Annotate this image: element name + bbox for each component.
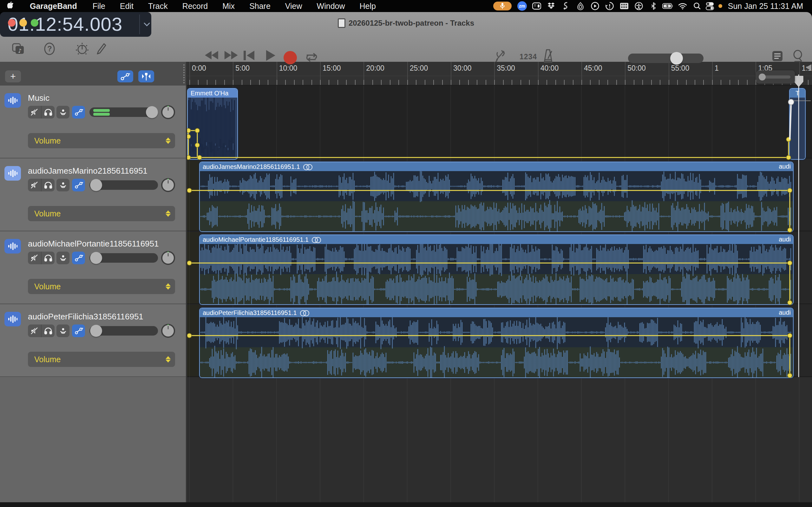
fast-forward-button[interactable] — [223, 50, 239, 61]
library-button[interactable]: ♪ — [11, 40, 26, 58]
mute-button[interactable] — [28, 106, 41, 118]
play-circle-icon[interactable] — [588, 0, 602, 12]
track-volume-slider[interactable] — [90, 107, 158, 117]
menu-view[interactable]: View — [278, 2, 310, 11]
editors-button[interactable] — [94, 40, 108, 58]
mute-button[interactable] — [28, 325, 41, 337]
track-automation-button[interactable] — [72, 251, 85, 264]
panel-resize-handle[interactable] — [183, 64, 185, 83]
track-header-michael[interactable]: audioMichaelPortantie11856116951 Volume — [0, 231, 186, 304]
sidecar-icon[interactable] — [529, 0, 544, 12]
track-icon-waveform[interactable] — [4, 239, 21, 253]
menu-record[interactable]: Record — [175, 2, 215, 11]
automation-parameter-menu[interactable]: Volume — [28, 352, 175, 367]
level-meter-right — [93, 113, 110, 116]
battery-icon[interactable] — [661, 0, 675, 12]
go-to-beginning-button[interactable] — [243, 50, 255, 61]
track-volume-slider[interactable] — [90, 180, 158, 190]
track-name[interactable]: Music — [28, 93, 49, 103]
solo-button[interactable] — [41, 106, 55, 118]
lcd-chevron-down-icon[interactable] — [142, 12, 151, 37]
track-automation-button[interactable] — [72, 106, 85, 118]
track-icon-waveform[interactable] — [4, 93, 21, 108]
volume-knob[interactable] — [146, 106, 158, 118]
panel-divider[interactable] — [186, 62, 187, 502]
automation-parameter-menu[interactable]: Volume — [28, 206, 175, 221]
spotlight-icon[interactable] — [690, 0, 705, 12]
timeline-area[interactable]: Emmett O'Ha audioJamesMarino21856116951.… — [187, 62, 812, 502]
track-name[interactable]: audioJamesMarino21856116951 — [28, 166, 148, 176]
menu-file[interactable]: File — [85, 2, 113, 11]
menu-garageband[interactable]: GarageBand — [21, 2, 85, 11]
track-header-james[interactable]: audioJamesMarino21856116951 Volume — [0, 158, 186, 231]
track-icon-waveform[interactable] — [4, 166, 21, 181]
menu-track[interactable]: Track — [141, 2, 175, 11]
time-machine-alert-icon[interactable] — [602, 0, 617, 12]
solo-button[interactable] — [41, 325, 55, 337]
mute-button[interactable] — [28, 251, 41, 264]
zoom-app-icon[interactable]: zm — [517, 1, 527, 11]
volume-knob[interactable] — [90, 252, 102, 264]
track-header-music[interactable]: Music Volume — [0, 86, 186, 158]
cycle-button[interactable] — [304, 51, 318, 63]
loop-browser-button[interactable] — [791, 49, 804, 63]
record-button[interactable] — [283, 51, 297, 65]
metronome-button[interactable] — [542, 49, 554, 63]
grid-keyboard-icon[interactable] — [617, 0, 631, 12]
track-icon-waveform[interactable] — [4, 312, 21, 326]
show-automation-button[interactable] — [117, 70, 133, 82]
track-volume-slider[interactable] — [90, 253, 158, 263]
track-name[interactable]: audioPeterFilichia31856116951 — [28, 312, 143, 322]
tuner-button[interactable] — [494, 49, 507, 63]
input-monitoring-button[interactable] — [56, 106, 69, 118]
count-in-button[interactable]: 1234 — [519, 53, 537, 61]
input-monitoring-button[interactable] — [56, 325, 69, 337]
accessibility-icon[interactable] — [631, 0, 646, 12]
mute-button[interactable] — [28, 179, 41, 191]
control-center-icon[interactable] — [705, 0, 723, 12]
document-proxy-icon[interactable] — [338, 18, 345, 28]
automation-parameter-label: Volume — [28, 209, 61, 218]
pan-knob[interactable] — [161, 178, 175, 192]
smart-controls-button[interactable] — [75, 40, 90, 58]
play-button[interactable] — [265, 49, 276, 61]
quick-help-button[interactable]: ? — [43, 40, 56, 58]
input-monitoring-button[interactable] — [56, 251, 69, 264]
menu-window[interactable]: Window — [310, 2, 352, 11]
track-automation-button[interactable] — [72, 325, 85, 337]
flame-icon[interactable] — [573, 0, 588, 12]
pan-knob[interactable] — [161, 324, 175, 338]
master-volume-slider[interactable] — [628, 54, 704, 63]
automation-parameter-menu[interactable]: Volume — [28, 133, 175, 148]
input-monitoring-button[interactable] — [56, 179, 69, 191]
rewind-button[interactable] — [205, 50, 220, 61]
pan-knob[interactable] — [161, 251, 175, 265]
note-pad-button[interactable] — [771, 50, 783, 62]
pan-knob[interactable] — [161, 105, 175, 119]
menu-mix[interactable]: Mix — [215, 2, 242, 11]
menu-share[interactable]: Share — [242, 2, 278, 11]
volume-knob[interactable] — [90, 325, 102, 337]
zoom-slider-knob[interactable] — [759, 73, 766, 80]
add-track-button[interactable]: + — [5, 70, 21, 82]
zoom-slider-overlay[interactable] — [756, 70, 795, 83]
track-automation-button[interactable] — [72, 179, 85, 191]
wifi-icon[interactable] — [675, 0, 690, 12]
apple-menu[interactable] — [0, 1, 21, 11]
menu-edit[interactable]: Edit — [113, 2, 141, 11]
automation-parameter-menu[interactable]: Volume — [28, 279, 175, 294]
menu-help[interactable]: Help — [352, 2, 383, 11]
squiggle-icon[interactable] — [559, 0, 573, 12]
track-volume-slider[interactable] — [90, 326, 158, 336]
bluetooth-icon[interactable] — [646, 0, 661, 12]
track-header-peter[interactable]: audioPeterFilichia31856116951 Volume — [0, 304, 186, 377]
catch-playhead-button[interactable] — [138, 70, 154, 82]
solo-button[interactable] — [41, 179, 55, 191]
dropbox-icon[interactable] — [544, 0, 559, 12]
menu-clock[interactable]: Sun Jan 25 11:31 AM — [723, 2, 812, 11]
track-name[interactable]: audioMichaelPortantie11856116951 — [28, 239, 159, 249]
volume-knob[interactable] — [90, 179, 102, 191]
solo-button[interactable] — [41, 251, 55, 264]
mic-in-use-indicator[interactable] — [493, 2, 512, 10]
master-volume-knob[interactable] — [670, 52, 683, 65]
